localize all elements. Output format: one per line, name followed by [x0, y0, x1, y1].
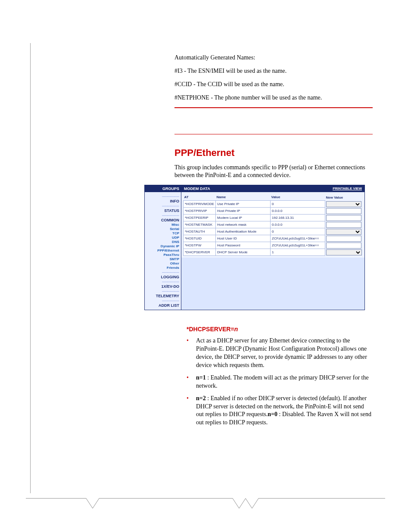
bullet-act: Act as a DHCP server for any Ethernet de… — [187, 337, 373, 374]
cell-newvalue — [325, 235, 363, 242]
newvalue-input[interactable] — [326, 208, 361, 214]
modem-table: AT Name Value New Value *HOSTPRIVMODEUse… — [183, 194, 363, 256]
cell-name: Host network mask — [216, 221, 271, 228]
command-name: *DHCPSERVER= — [187, 326, 234, 333]
gen-names-heading: Automatically Generated Names: — [174, 54, 373, 62]
modem-data-pane: MODEM DATA PRINTABLE VIEW AT Name Value … — [181, 185, 364, 310]
nav-other[interactable]: Other — [146, 261, 179, 265]
nav-status[interactable]: STATUS — [146, 208, 179, 213]
command-var: n — [234, 326, 238, 333]
cell-at: *DHCPSERVER — [184, 249, 216, 256]
cell-value: ZCFzUUeLycb2ug01L+3Ikw== — [271, 242, 325, 249]
cell-value: 0 — [271, 201, 325, 208]
table-row: *HOSTPRIVIPHost Private IP0.0.0.0 — [184, 208, 363, 215]
gen-names-netphone: #NETPHONE - The phone number will be use… — [174, 94, 373, 102]
cell-value: 0.0.0.0 — [271, 208, 325, 215]
nav-addr[interactable]: ADDR LIST — [146, 303, 179, 308]
table-row: *HOSTUIDHost User IDZCFzUUeLycb2ug01L+3I… — [184, 235, 363, 242]
newvalue-select[interactable] — [326, 229, 361, 235]
cell-value: 0.0.0.0 — [271, 221, 325, 228]
modem-data-title: MODEM DATA — [184, 187, 210, 191]
content-column: Automatically Generated Names: #I3 - The… — [174, 54, 373, 431]
table-row: *HOSTPEERIPModem Local IP192.168.13.31 — [184, 215, 363, 221]
nav-tcp[interactable]: TCP — [146, 231, 179, 235]
table-row: *HOSTNETMASKHost network mask0.0.0.0 — [184, 221, 363, 228]
newvalue-input[interactable] — [326, 222, 361, 228]
table-header-row: AT Name Value New Value — [184, 194, 363, 201]
col-at: AT — [184, 194, 216, 201]
nav-common[interactable]: COMMON — [146, 218, 179, 222]
cell-at: *HOSTPW — [184, 242, 216, 249]
command-heading: *DHCPSERVER=n — [187, 326, 373, 333]
gen-names-ccid: #CCID - The CCID will be used as the nam… — [174, 81, 373, 89]
cell-at: *HOSTUID — [184, 235, 216, 242]
nav-evdo[interactable]: 1X/EV-DO — [146, 284, 179, 289]
table-row: *HOSTAUTHHost Authentication Mode0 — [184, 228, 363, 235]
cell-value: ZCFzUUeLycb2ug01L+3Ikw== — [271, 235, 325, 242]
nav-dynip[interactable]: Dynamic IP — [146, 244, 179, 248]
nav-dns[interactable]: DNS — [146, 240, 179, 244]
cell-value: 0 — [271, 228, 325, 235]
nav-telemetry[interactable]: TELEMETRY — [146, 294, 179, 298]
col-value: Value — [271, 194, 325, 201]
rule-red-lower — [174, 134, 373, 134]
margin-rule — [30, 43, 31, 493]
cell-newvalue — [325, 208, 363, 215]
table-row: *HOSTPRIVMODEUse Private IP0 — [184, 201, 363, 208]
footer-ornament — [26, 493, 385, 510]
cell-at: *HOSTAUTH — [184, 228, 216, 235]
modem-data-body: AT Name Value New Value *HOSTPRIVMODEUse… — [181, 192, 364, 258]
nav-friends[interactable]: Friends — [146, 266, 179, 270]
groups-pane: GROUPS --------------- INFO ------------… — [145, 185, 181, 310]
newvalue-select[interactable] — [326, 249, 361, 255]
gen-names-i3: #I3 - The ESN/IMEI will be used as the n… — [174, 67, 373, 75]
cell-newvalue — [325, 228, 363, 235]
cell-newvalue — [325, 215, 363, 221]
newvalue-input[interactable] — [326, 215, 361, 221]
printable-view-link[interactable]: PRINTABLE VIEW — [333, 187, 362, 191]
nav-logging[interactable]: LOGGING — [146, 275, 179, 279]
groups-header: GROUPS — [145, 185, 181, 192]
modem-data-header: MODEM DATA PRINTABLE VIEW — [181, 185, 364, 192]
cell-newvalue — [325, 201, 363, 208]
cell-name: Modem Local IP — [216, 215, 271, 221]
cell-name: DHCP Server Mode — [216, 249, 271, 256]
section-title: PPP/Ethernet — [174, 147, 373, 159]
rule-red-upper — [174, 107, 373, 108]
cell-newvalue — [325, 249, 363, 256]
command-bullets: Act as a DHCP server for any Ethernet de… — [187, 337, 373, 431]
cell-newvalue — [325, 221, 363, 228]
cell-newvalue — [325, 242, 363, 249]
cell-at: *HOSTPRIVMODE — [184, 201, 216, 208]
nav-info[interactable]: INFO — [146, 199, 179, 203]
cell-at: *HOSTNETMASK — [184, 221, 216, 228]
cell-name: Host User ID — [216, 235, 271, 242]
nav-udp[interactable]: UDP — [146, 236, 179, 240]
newvalue-input[interactable] — [326, 236, 361, 242]
nav-passthru[interactable]: PassThru — [146, 253, 179, 257]
bullet-n2: n=2 : Enabled if no other DHCP server is… — [187, 395, 373, 432]
cell-name: Host Password — [216, 242, 271, 249]
newvalue-input[interactable] — [326, 243, 361, 249]
cell-value: 192.168.13.31 — [271, 215, 325, 221]
table-row: *HOSTPWHost PasswordZCFzUUeLycb2ug01L+3I… — [184, 242, 363, 249]
table-row: *DHCPSERVERDHCP Server Mode1 — [184, 249, 363, 256]
cell-name: Host Private IP — [216, 208, 271, 215]
section-desc: This group includes commands specific to… — [174, 164, 373, 180]
groups-nav: --------------- INFO --------------- STA… — [145, 192, 181, 310]
config-screenshot: GROUPS --------------- INFO ------------… — [144, 185, 365, 310]
col-newvalue: New Value — [325, 194, 363, 201]
bullet-n1: n=1 : Enabled. The modem will act as the… — [187, 374, 373, 395]
newvalue-select[interactable] — [326, 201, 361, 207]
nav-misc[interactable]: Misc — [146, 223, 179, 227]
cell-value: 1 — [271, 249, 325, 256]
cell-name: Use Private IP — [216, 201, 271, 208]
nav-pppeth[interactable]: PPP/Ethernet — [146, 249, 179, 252]
col-name: Name — [216, 194, 271, 201]
cell-name: Host Authentication Mode — [216, 228, 271, 235]
nav-serial[interactable]: Serial — [146, 227, 179, 231]
cell-at: *HOSTPRIVIP — [184, 208, 216, 215]
cell-at: *HOSTPEERIP — [184, 215, 216, 221]
nav-smtp[interactable]: SMTP — [146, 257, 179, 261]
page: Automatically Generated Names: #I3 - The… — [0, 0, 411, 532]
